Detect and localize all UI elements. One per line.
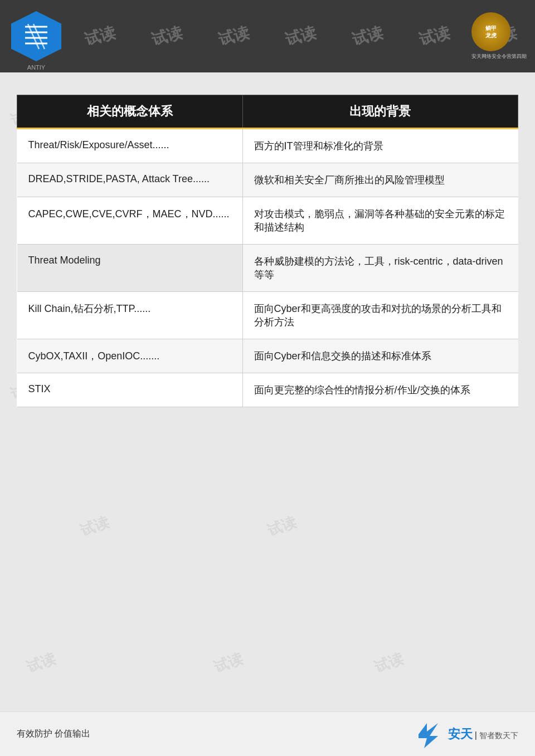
watermark-7: 试读	[417, 22, 453, 50]
svg-line-4	[28, 24, 39, 49]
footer-left-text: 有效防护 价值输出	[17, 728, 90, 740]
col1-header: 相关的概念体系	[17, 95, 243, 129]
body-watermark-11: 试读	[265, 513, 299, 541]
footer-logo-area: 安天 | 智者数天下	[413, 720, 518, 748]
cell-background-0: 西方的IT管理和标准化的背景	[242, 129, 518, 163]
header-right-brand: 鳞甲龙虎 安天网络安全令营第四期	[471, 12, 527, 60]
header-logo: ANTIY	[6, 6, 67, 67]
watermark-5: 试读	[283, 22, 319, 50]
svg-marker-6	[419, 723, 438, 748]
body-watermark-13: 试读	[212, 649, 246, 677]
cell-concept-2: CAPEC,CWE,CVE,CVRF，MAEC，NVD......	[17, 197, 243, 245]
cell-background-5: 面向Cyber和信息交换的描述和标准体系	[242, 339, 518, 373]
watermark-4: 试读	[216, 22, 252, 50]
table-row: Threat Modeling各种威胁建模的方法论，工具，risk-centri…	[17, 245, 518, 292]
table-row: STIX面向更完整的综合性的情报分析/作业/交换的体系	[17, 373, 518, 407]
cell-background-2: 对攻击模式，脆弱点，漏洞等各种基础的安全元素的标定和描述结构	[242, 197, 518, 245]
cell-concept-4: Kill Chain,钻石分析,TTP......	[17, 292, 243, 339]
brand-circle-text: 鳞甲龙虎	[485, 25, 497, 39]
table-row: Kill Chain,钻石分析,TTP......面向Cyber和更高强度的攻击…	[17, 292, 518, 339]
col2-header: 出现的背景	[242, 95, 518, 129]
footer-brand-sub: 智者数天下	[479, 731, 518, 741]
page-footer: 有效防护 价值输出 安天 | 智者数天下	[0, 711, 535, 756]
body-watermark-14: 试读	[372, 649, 406, 677]
brand-circle: 鳞甲龙虎	[471, 12, 510, 51]
cell-concept-3: Threat Modeling	[17, 245, 243, 292]
cell-background-4: 面向Cyber和更高强度的攻击和对抗的场景的分析工具和分析方法	[242, 292, 518, 339]
watermark-6: 试读	[350, 22, 386, 50]
svg-line-5	[33, 24, 45, 49]
table-row: CybOX,TAXII，OpenIOC.......面向Cyber和信息交换的描…	[17, 339, 518, 373]
table-header-row: 相关的概念体系 出现的背景	[17, 95, 518, 129]
footer-logo-svg	[413, 720, 444, 748]
brand-sub-text: 安天网络安全令营第四期	[471, 53, 527, 60]
cell-concept-1: DREAD,STRIDE,PASTA, Attack Tree......	[17, 163, 243, 197]
footer-brand-texts: 安天 | 智者数天下	[448, 726, 518, 743]
header-watermarks: 试读 试读 试读 试读 试读 试读 试读 试读	[0, 0, 535, 72]
cell-background-1: 微软和相关安全厂商所推出的风险管理模型	[242, 163, 518, 197]
cell-concept-6: STIX	[17, 373, 243, 407]
footer-brand-separator: |	[475, 730, 477, 740]
watermark-3: 试读	[149, 22, 185, 50]
cell-concept-0: Threat/Risk/Exposure/Asset......	[17, 129, 243, 163]
cell-background-3: 各种威胁建模的方法论，工具，risk-centric，data-driven等等	[242, 245, 518, 292]
watermark-2: 试读	[82, 22, 118, 50]
antiy-label: ANTIY	[6, 64, 67, 71]
logo-text	[20, 18, 53, 53]
cell-background-6: 面向更完整的综合性的情报分析/作业/交换的体系	[242, 373, 518, 407]
hex-logo-shape	[11, 11, 61, 61]
footer-brand-name: 安天	[448, 726, 473, 743]
table-row: Threat/Risk/Exposure/Asset......西方的IT管理和…	[17, 129, 518, 163]
cell-concept-5: CybOX,TAXII，OpenIOC.......	[17, 339, 243, 373]
table-row: CAPEC,CWE,CVE,CVRF，MAEC，NVD......对攻击模式，脆…	[17, 197, 518, 245]
table-row: DREAD,STRIDE,PASTA, Attack Tree......微软和…	[17, 163, 518, 197]
body-watermark-12: 试读	[25, 649, 59, 677]
concept-table: 相关的概念体系 出现的背景 Threat/Risk/Exposure/Asset…	[17, 95, 518, 407]
body-watermark-10: 试读	[78, 513, 112, 541]
main-content: 相关的概念体系 出现的背景 Threat/Risk/Exposure/Asset…	[0, 72, 535, 452]
page-header: ANTIY 试读 试读 试读 试读 试读 试读 试读 试读 鳞甲龙虎 安天网络安…	[0, 0, 535, 72]
